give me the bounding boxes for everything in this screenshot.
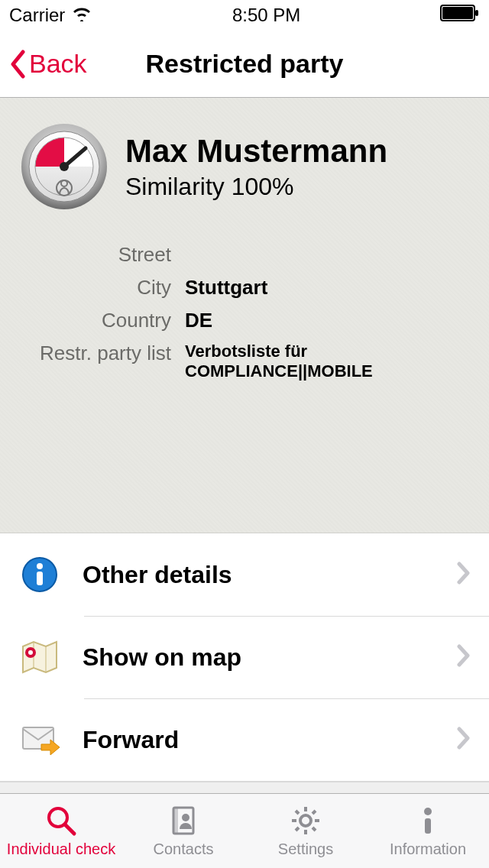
forward-mail-icon xyxy=(18,718,61,761)
tab-label: Individual check xyxy=(7,840,115,858)
svg-line-33 xyxy=(296,828,299,831)
svg-line-21 xyxy=(65,824,74,834)
tab-label: Settings xyxy=(278,840,333,858)
field-value-city: Stuttgart xyxy=(185,276,471,300)
tab-individual-check[interactable]: Individual check xyxy=(0,794,122,868)
wifi-icon xyxy=(71,5,92,26)
action-other-details[interactable]: Other details xyxy=(0,533,489,616)
svg-rect-35 xyxy=(425,818,431,834)
tab-label: Contacts xyxy=(154,840,214,858)
carrier-label: Carrier xyxy=(9,5,65,26)
svg-point-34 xyxy=(424,808,432,815)
nav-bar: Back Restricted party xyxy=(0,31,489,98)
status-bar: Carrier 8:50 PM xyxy=(0,0,489,31)
field-label-city: City xyxy=(18,276,171,300)
svg-rect-1 xyxy=(442,7,473,19)
svg-point-12 xyxy=(37,563,43,569)
tab-settings[interactable]: Settings xyxy=(244,794,367,868)
svg-point-25 xyxy=(300,815,311,826)
gear-icon xyxy=(290,804,322,837)
info-icon xyxy=(18,553,61,596)
svg-line-31 xyxy=(313,828,316,831)
chevron-left-icon xyxy=(9,50,26,79)
battery-icon xyxy=(440,5,480,26)
action-show-on-map[interactable]: Show on map xyxy=(0,616,489,698)
contacts-icon xyxy=(167,804,199,837)
party-fields: Street City Stuttgart Country DE Restr. … xyxy=(18,243,471,381)
svg-rect-23 xyxy=(173,808,178,834)
chevron-right-icon xyxy=(457,727,471,753)
search-icon xyxy=(45,804,77,837)
svg-point-18 xyxy=(28,650,33,655)
chevron-right-icon xyxy=(457,644,471,670)
field-value-country: DE xyxy=(185,309,471,332)
svg-line-32 xyxy=(313,811,316,814)
field-value-list: Verbotsliste für COMPLIANCE||MOBILE xyxy=(185,342,471,381)
field-value-street xyxy=(185,243,471,267)
svg-point-24 xyxy=(182,814,189,821)
action-label: Other details xyxy=(83,561,436,589)
gauge-icon xyxy=(18,121,110,212)
tab-contacts[interactable]: Contacts xyxy=(122,794,244,868)
similarity-label: Similarity 100% xyxy=(125,173,387,201)
svg-point-9 xyxy=(60,162,69,171)
party-info-panel: Max Mustermann Similarity 100% Street Ci… xyxy=(0,98,489,533)
tab-information[interactable]: Information xyxy=(367,794,489,868)
svg-line-30 xyxy=(296,811,299,814)
map-icon xyxy=(18,636,61,679)
status-time: 8:50 PM xyxy=(232,5,300,26)
tab-bar: Individual check Contacts Settings Infor… xyxy=(0,793,489,868)
svg-rect-2 xyxy=(475,10,478,16)
action-label: Forward xyxy=(83,726,436,754)
field-label-street: Street xyxy=(18,243,171,267)
chevron-right-icon xyxy=(457,562,471,588)
section-gap xyxy=(0,782,489,794)
action-forward[interactable]: Forward xyxy=(0,698,489,781)
info-icon xyxy=(412,804,444,837)
tab-label: Information xyxy=(390,840,466,858)
party-name: Max Mustermann xyxy=(125,133,387,170)
field-label-country: Country xyxy=(18,309,171,332)
back-button[interactable]: Back xyxy=(0,49,87,79)
back-label: Back xyxy=(29,49,87,79)
svg-rect-13 xyxy=(37,572,43,585)
field-label-list: Restr. party list xyxy=(18,342,171,381)
action-list: Other details Show on map xyxy=(0,533,489,782)
action-label: Show on map xyxy=(83,643,436,672)
